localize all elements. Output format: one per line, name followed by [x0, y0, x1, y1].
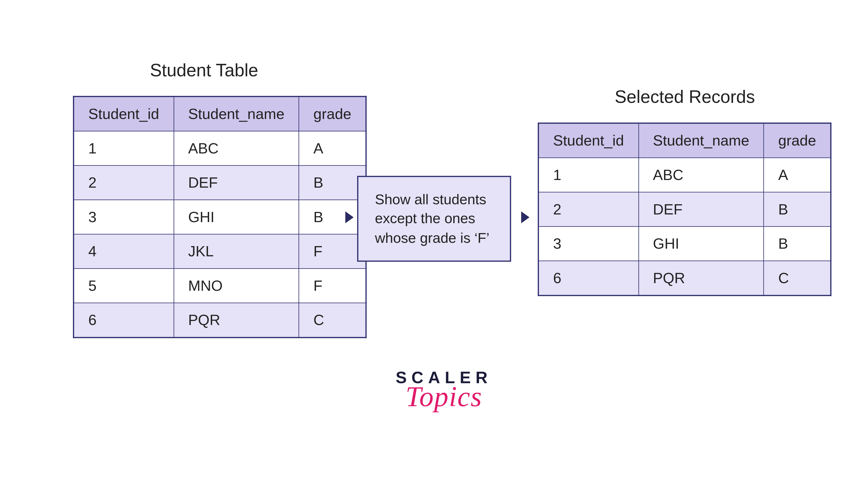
filter-description: Show all students except the ones whose … — [357, 176, 511, 262]
table-cell: 3 — [538, 227, 638, 261]
table-cell: PQR — [638, 261, 764, 296]
table-row: 6PQRC — [538, 261, 831, 296]
col-header-name: Student_name — [174, 96, 299, 131]
table-cell: PQR — [174, 303, 299, 337]
scaler-topics-logo: SCALER Topics — [396, 368, 492, 413]
col-header-grade: grade — [299, 96, 366, 131]
selected-records-body: 1ABCA2DEFB3GHIB6PQRC — [538, 158, 831, 295]
table-row: 3GHIB — [538, 227, 831, 261]
table-cell: GHI — [638, 227, 764, 261]
table-cell: ABC — [174, 131, 299, 166]
table-cell: 6 — [73, 303, 174, 337]
table-row: 2DEFB — [538, 192, 831, 227]
col-header-grade: grade — [764, 123, 831, 158]
table-row: 1ABCA — [538, 158, 831, 192]
table-cell: B — [299, 165, 366, 200]
table-cell: 1 — [73, 131, 174, 166]
table-cell: GHI — [174, 200, 299, 234]
table-cell: ABC — [638, 158, 764, 192]
table-row: 4JKLF — [73, 234, 366, 269]
table-cell: F — [299, 234, 366, 269]
table-row: 2DEFB — [73, 165, 366, 200]
table-cell: A — [299, 131, 366, 166]
table-cell: C — [764, 261, 831, 296]
table-cell: 4 — [73, 234, 174, 269]
table-cell: B — [764, 192, 831, 227]
table-cell: DEF — [174, 165, 299, 200]
table-cell: JKL — [174, 234, 299, 269]
table-cell: F — [299, 269, 366, 303]
selected-records-title: Selected Records — [615, 87, 755, 107]
table-row: 3GHIB — [73, 200, 366, 234]
table-row: 1ABCA — [73, 131, 366, 166]
table-cell: A — [764, 158, 831, 192]
table-cell: B — [764, 227, 831, 261]
table-cell: MNO — [174, 269, 299, 303]
table-cell: 2 — [538, 192, 638, 227]
logo-line-2: Topics — [396, 380, 492, 413]
col-header-id: Student_id — [538, 123, 638, 158]
col-header-id: Student_id — [73, 96, 174, 131]
table-cell: 5 — [73, 269, 174, 303]
table-cell: 1 — [538, 158, 638, 192]
table-cell: 2 — [73, 165, 174, 200]
student-table-body: 1ABCA2DEFB3GHIB4JKLF5MNOF6PQRC — [73, 131, 366, 338]
table-cell: 3 — [73, 200, 174, 234]
table-cell: C — [299, 303, 366, 337]
student-table-title: Student Table — [150, 60, 258, 81]
table-cell: DEF — [638, 192, 764, 227]
student-table: Student_id Student_name grade 1ABCA2DEFB… — [73, 96, 367, 338]
table-row: 6PQRC — [73, 303, 366, 337]
arrow-right-icon — [345, 211, 353, 223]
table-cell: B — [299, 200, 366, 234]
table-cell: 6 — [538, 261, 638, 296]
col-header-name: Student_name — [638, 123, 764, 158]
arrow-right-icon — [521, 211, 529, 223]
selected-records-table: Student_id Student_name grade 1ABCA2DEFB… — [538, 123, 832, 296]
table-row: 5MNOF — [73, 269, 366, 303]
